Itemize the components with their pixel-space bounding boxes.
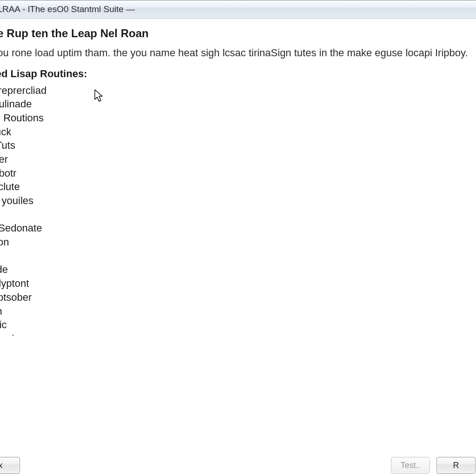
list-item[interactable]: dalyptont: [0, 277, 476, 291]
dialog-button-row: x Test.. R: [0, 457, 476, 474]
app-window: txing LRAA - lThe esO0 Stantml Suite — T…: [0, 0, 476, 476]
page-heading: The Rup ten the Leap Nel Roan: [0, 27, 473, 40]
list-item[interactable]: d fulinade: [0, 97, 476, 111]
list-item[interactable]: le reprercliad: [0, 84, 476, 98]
list-item[interactable]: cal Routions: [0, 111, 476, 125]
back-button[interactable]: x: [0, 457, 20, 474]
list-item[interactable]: oobotr: [0, 166, 476, 180]
list-item[interactable]: orn: [0, 304, 476, 318]
list-item[interactable]: rt: [0, 208, 476, 222]
routines-listbox[interactable]: le reprercliadd fulinadecal Routionsoluc…: [0, 83, 476, 336]
next-button[interactable]: R: [436, 457, 476, 474]
list-item[interactable]: orde: [0, 263, 476, 277]
list-item[interactable]: ne: [0, 249, 476, 263]
list-item[interactable]: Conel: [0, 332, 476, 336]
routines-section-label: aded Lisap Routines:: [0, 68, 473, 80]
list-item[interactable]: ction: [0, 235, 476, 249]
list-item[interactable]: d Tuts: [0, 139, 476, 152]
list-item[interactable]: Ojptsober: [0, 291, 476, 304]
list-item[interactable]: al Sedonate: [0, 221, 476, 235]
list-item[interactable]: tbric: [0, 318, 476, 332]
client-area: The Rup ten the Leap Nel Roan e you rone…: [0, 19, 476, 476]
list-item[interactable]: ad youiles: [0, 194, 476, 208]
list-item[interactable]: l oclute: [0, 180, 476, 194]
page-description: e you rone load uptim tham. the you name…: [0, 46, 473, 60]
list-item[interactable]: oluck: [0, 125, 476, 139]
window-title: txing LRAA - lThe esO0 Stantml Suite —: [0, 4, 135, 14]
titlebar[interactable]: txing LRAA - lThe esO0 Stantml Suite —: [0, 0, 476, 19]
test-button[interactable]: Test..: [391, 457, 430, 474]
list-item[interactable]: o fer: [0, 152, 476, 166]
